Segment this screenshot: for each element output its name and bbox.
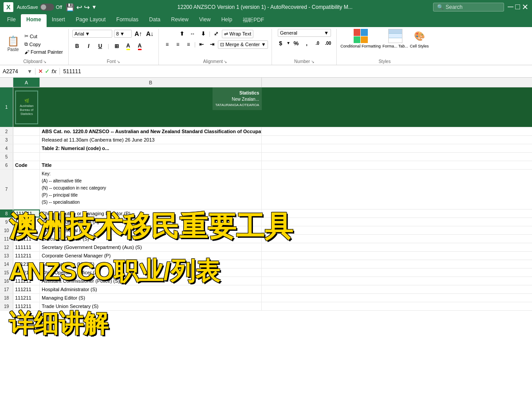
cell-12b[interactable]: Secretary (Government Department) (Aus) … xyxy=(40,243,262,251)
tab-view[interactable]: View xyxy=(194,14,216,27)
font-name-dropdown[interactable]: Arial ▼ xyxy=(72,30,112,38)
redo-icon[interactable]: ↪ xyxy=(84,3,90,12)
cell-17a[interactable]: 111211 xyxy=(13,285,40,293)
cell-11a[interactable]: 111111 xyxy=(13,235,40,243)
increase-size-button[interactable]: A↑ xyxy=(134,29,143,39)
cell-14a[interactable]: 111211 xyxy=(13,260,40,268)
tab-insert[interactable]: Insert xyxy=(47,14,71,27)
cell-2a[interactable] xyxy=(13,127,40,135)
currency-dropdown-icon[interactable]: ▼ xyxy=(286,41,290,45)
save-icon[interactable]: 💾 xyxy=(66,3,75,12)
tab-review[interactable]: Review xyxy=(166,14,193,27)
merge-center-button[interactable]: ⊡ Merge & Center ▼ xyxy=(218,40,268,49)
cell-19b[interactable]: Trade Union Secretary (S) xyxy=(40,302,262,310)
cell-16a[interactable]: 111211 xyxy=(13,277,40,285)
wrap-text-button[interactable]: ⇌ Wrap Text xyxy=(222,30,253,38)
cell-5b[interactable] xyxy=(40,153,262,161)
tab-home[interactable]: Home xyxy=(21,14,46,27)
cell-3a[interactable] xyxy=(13,136,40,144)
tab-data[interactable]: Data xyxy=(144,14,166,27)
cell-17b[interactable]: Hospital Administrator (S) xyxy=(40,285,262,293)
comma-button[interactable]: , xyxy=(302,38,311,48)
format-table-button[interactable]: Forma... Tab... xyxy=(382,29,408,48)
align-top-button[interactable]: ⬆ xyxy=(177,29,187,39)
cross-icon[interactable]: ✕ xyxy=(38,68,43,75)
cell-12a[interactable]: 111111 xyxy=(13,243,40,251)
undo-icon[interactable]: ↩ xyxy=(76,3,82,12)
customize-icon[interactable]: ▼ xyxy=(91,4,97,10)
angle-text-button[interactable]: ⤢ xyxy=(211,29,221,39)
cell-9b[interactable]: Chief Executive Officer (A) xyxy=(40,218,262,226)
cell-19a[interactable]: 111211 xyxy=(13,302,40,310)
italic-button[interactable]: I xyxy=(84,41,94,51)
formula-input[interactable]: 511111 xyxy=(60,68,532,75)
cell-13b[interactable]: Corporate General Manager (P) xyxy=(40,252,262,260)
increase-decimal-button[interactable]: .0 xyxy=(312,38,322,48)
col-header-b[interactable]: B xyxy=(40,78,262,87)
cut-button[interactable]: ✂ Cut xyxy=(23,32,65,40)
cell-9a[interactable]: 111111 xyxy=(13,218,40,226)
search-box[interactable]: 🔍 Search xyxy=(433,3,504,12)
currency-button[interactable]: $ xyxy=(276,38,285,48)
decrease-size-button[interactable]: A↓ xyxy=(145,29,155,39)
cell-styles-button[interactable]: 🎨 Cell Styles xyxy=(410,29,429,48)
format-painter-button[interactable]: 🖌 Format Painter xyxy=(23,48,65,55)
bold-button[interactable]: B xyxy=(72,41,82,51)
cell-8b[interactable]: Chief Executive or Managing Director (P) xyxy=(40,209,262,217)
cell-reference[interactable]: A2274 ▼ xyxy=(0,68,35,75)
cell-2b[interactable]: ABS Cat. no. 1220.0 ANZSCO -- Australian… xyxy=(40,127,262,135)
font-expand-icon[interactable]: ↘ xyxy=(117,59,120,64)
merge-dropdown-icon[interactable]: ▼ xyxy=(261,42,266,47)
increase-indent-button[interactable]: ⇥ xyxy=(207,40,217,49)
cell-18b[interactable]: Managing Editor (S) xyxy=(40,294,262,302)
align-center-button[interactable]: ≡ xyxy=(173,40,183,49)
cell-3b[interactable]: Released at 11.30am (Canberra time) 26 J… xyxy=(40,136,262,144)
paste-button[interactable]: 📋 Paste xyxy=(5,36,21,53)
check-icon[interactable]: ✓ xyxy=(45,68,50,75)
align-left-button[interactable]: ≡ xyxy=(162,40,172,49)
underline-button[interactable]: U xyxy=(95,41,105,51)
cell-4a[interactable] xyxy=(13,144,40,152)
clipboard-expand-icon[interactable]: ↘ xyxy=(43,59,47,64)
cell-6a[interactable]: Code xyxy=(13,161,40,169)
cell-15a[interactable]: 111211 xyxy=(13,269,40,277)
number-expand-icon[interactable]: ↘ xyxy=(311,59,315,64)
cell-7b[interactable]: Key: (A) -- alternative title (N) -- occ… xyxy=(40,170,262,209)
cell-1a[interactable]: 🌿 Australian Bureau of Statistics xyxy=(13,87,40,127)
autosave-toggle[interactable] xyxy=(40,4,54,11)
font-size-dropdown[interactable]: 8 ▼ xyxy=(114,30,132,38)
cell-10b[interactable]: Director-General (S) xyxy=(40,226,262,234)
cell-16b[interactable]: Assistant Commissioner (Police) (S) xyxy=(40,277,262,285)
cell-14b[interactable]: Kaiwhakahaere (NZ) (S) xyxy=(40,260,262,268)
align-middle-button[interactable]: ↔ xyxy=(188,29,197,39)
copy-button[interactable]: ⧉ Copy xyxy=(23,40,65,48)
function-icon[interactable]: fx xyxy=(51,68,57,75)
cell-13a[interactable]: 111211 xyxy=(13,252,40,260)
percent-button[interactable]: % xyxy=(291,38,301,48)
cell-4b[interactable]: Table 2: Numerical (code) o... xyxy=(40,144,262,152)
decrease-indent-button[interactable]: ⇤ xyxy=(197,40,206,49)
cell-5a[interactable] xyxy=(13,153,40,161)
number-format-dropdown[interactable]: General ▼ xyxy=(278,29,331,37)
tab-help[interactable]: Help xyxy=(216,14,238,27)
cell-8a[interactable]: 111111 xyxy=(13,209,40,217)
font-color-button[interactable]: A xyxy=(135,41,145,51)
cell-15b[interactable]: Chief Operating Officer (A) xyxy=(40,269,262,277)
alignment-expand-icon[interactable]: ↘ xyxy=(224,59,227,64)
col-header-a[interactable]: A xyxy=(13,78,40,87)
cell-11b[interactable]: Executive Director (S) xyxy=(40,235,262,243)
tab-pdf[interactable]: 福昕PDF xyxy=(237,14,269,27)
decrease-decimal-button[interactable]: .00 xyxy=(323,38,333,48)
cell-6b[interactable]: Title xyxy=(40,161,262,169)
tab-page-layout[interactable]: Page Layout xyxy=(71,14,111,27)
border-button[interactable]: ⊞ xyxy=(112,41,122,51)
tab-file[interactable]: File xyxy=(2,14,21,27)
maximize-icon[interactable]: □ xyxy=(515,2,520,12)
tab-formulas[interactable]: Formulas xyxy=(111,14,144,27)
cell-10a[interactable]: 111111 xyxy=(13,226,40,234)
close-icon[interactable]: ✕ xyxy=(522,2,528,12)
cell-ref-dropdown-icon[interactable]: ▼ xyxy=(27,68,32,75)
align-right-button[interactable]: ≡ xyxy=(184,40,193,49)
cell-18a[interactable]: 111211 xyxy=(13,294,40,302)
conditional-formatting-button[interactable]: Conditional Formatting xyxy=(340,29,381,48)
